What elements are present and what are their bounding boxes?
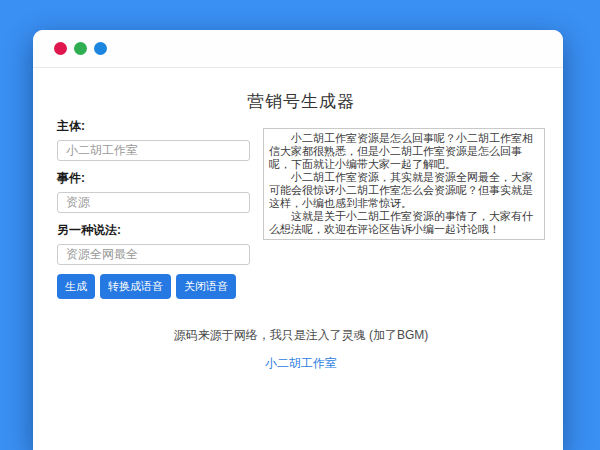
studio-link[interactable]: 小二胡工作室 <box>265 355 337 372</box>
page-title: 营销号生成器 <box>57 90 545 113</box>
footer: 源码来源于网络，我只是注入了灵魂 (加了BGM) 小二胡工作室 <box>57 327 545 372</box>
window-content: 营销号生成器 主体: 事件: 另一种说法: 生成 转换成语音 关闭语音 小二胡工… <box>33 90 563 372</box>
subject-label: 主体: <box>57 118 250 135</box>
generated-text-box[interactable]: 小二胡工作室资源是怎么回事呢？小二胡工作室相信大家都很熟悉，但是小二胡工作室资源… <box>263 128 545 240</box>
generated-paragraph: 小二胡工作室资源是怎么回事呢？小二胡工作室相信大家都很熟悉，但是小二胡工作室资源… <box>269 132 539 171</box>
form-column: 主体: 事件: 另一种说法: 生成 转换成语音 关闭语音 <box>57 118 250 299</box>
generated-paragraph: 小二胡工作室资源，其实就是资源全网最全，大家可能会很惊讶小二胡工作室怎么会资源呢… <box>269 171 539 210</box>
output-column: 小二胡工作室资源是怎么回事呢？小二胡工作室相信大家都很熟悉，但是小二胡工作室资源… <box>263 118 545 240</box>
traffic-light-blue-icon[interactable] <box>94 42 107 55</box>
window-titlebar <box>33 30 563 68</box>
alias-label: 另一种说法: <box>57 222 250 239</box>
generated-paragraph: 这就是关于小二胡工作室资源的事情了，大家有什么想法呢，欢迎在评论区告诉小编一起讨… <box>269 210 539 236</box>
source-note: 源码来源于网络，我只是注入了灵魂 (加了BGM) <box>57 327 545 344</box>
page-background: { "colors": { "page_background": "#3a90f… <box>0 0 600 450</box>
close-speech-button[interactable]: 关闭语音 <box>176 274 236 299</box>
event-label: 事件: <box>57 170 250 187</box>
subject-input[interactable] <box>57 140 250 161</box>
button-row: 生成 转换成语音 关闭语音 <box>57 274 250 299</box>
convert-to-speech-button[interactable]: 转换成语音 <box>100 274 171 299</box>
event-input[interactable] <box>57 192 250 213</box>
traffic-light-red-icon[interactable] <box>54 42 67 55</box>
main-area: 主体: 事件: 另一种说法: 生成 转换成语音 关闭语音 小二胡工作室资源是怎么… <box>57 118 545 299</box>
generate-button[interactable]: 生成 <box>57 274 95 299</box>
alias-input[interactable] <box>57 244 250 265</box>
traffic-light-green-icon[interactable] <box>74 42 87 55</box>
app-window: 营销号生成器 主体: 事件: 另一种说法: 生成 转换成语音 关闭语音 小二胡工… <box>33 30 563 450</box>
